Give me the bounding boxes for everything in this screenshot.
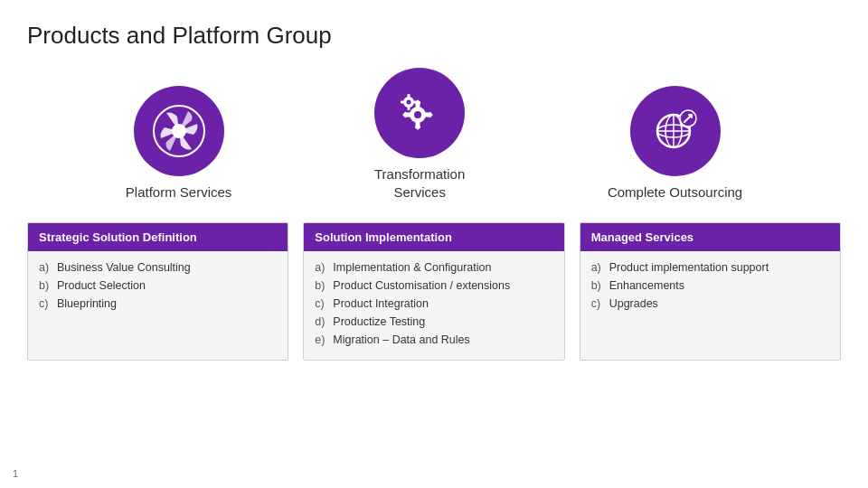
complete-outsourcing-label: Complete Outsourcing xyxy=(608,183,742,202)
complete-outsourcing-col: Complete Outsourcing xyxy=(608,86,742,202)
solution-impl-card-header: Solution Implementation xyxy=(304,223,563,251)
platform-services-col: Platform Services xyxy=(126,86,232,202)
list-item: a) Business Value Consulting xyxy=(35,258,280,277)
solution-impl-card-body: a) Implementation & Configuration b) Pro… xyxy=(304,251,563,360)
list-item: a) Product implementation support xyxy=(588,258,833,277)
complete-outsourcing-icon-circle xyxy=(630,86,721,176)
svg-rect-15 xyxy=(408,107,410,110)
platform-services-label: Platform Services xyxy=(126,183,232,202)
strategic-card-header: Strategic Solution Definition xyxy=(28,223,288,251)
list-item: c) Upgrades xyxy=(588,295,833,313)
transformation-services-icon-circle xyxy=(374,68,465,158)
list-item: b) Product Selection xyxy=(35,277,280,295)
list-item: e) Migration – Data and Rules xyxy=(311,331,556,349)
solution-impl-card: Solution Implementation a) Implementatio… xyxy=(303,222,564,361)
svg-rect-17 xyxy=(413,101,417,104)
page-number: 1 xyxy=(13,468,18,479)
list-item: c) Product Integration xyxy=(311,295,556,313)
managed-services-card: Managed Services a) Product implementati… xyxy=(580,222,841,361)
svg-point-13 xyxy=(407,100,411,105)
strategic-card-body: a) Business Value Consulting b) Product … xyxy=(28,251,288,324)
list-item: c) Blueprinting xyxy=(35,295,280,313)
managed-services-card-header: Managed Services xyxy=(580,223,840,251)
list-item: d) Productize Testing xyxy=(311,313,556,331)
svg-rect-16 xyxy=(401,101,404,104)
strategic-card: Strategic Solution Definition a) Busines… xyxy=(27,222,288,361)
svg-point-3 xyxy=(414,111,421,118)
list-item: b) Product Customisation / extensions xyxy=(311,277,556,295)
svg-rect-14 xyxy=(408,94,410,98)
cards-row: Strategic Solution Definition a) Busines… xyxy=(0,213,868,361)
list-item: b) Enhancements xyxy=(588,277,833,295)
list-item: a) Implementation & Configuration xyxy=(311,258,556,277)
page-title: Products and Platform Group xyxy=(0,0,868,59)
transformation-services-col: Transformation Services xyxy=(374,68,465,201)
icons-row: Platform Services xyxy=(0,59,868,213)
transformation-services-label: Transformation Services xyxy=(374,165,465,201)
platform-services-icon-circle xyxy=(134,86,224,176)
managed-services-card-body: a) Product implementation support b) Enh… xyxy=(580,251,840,324)
